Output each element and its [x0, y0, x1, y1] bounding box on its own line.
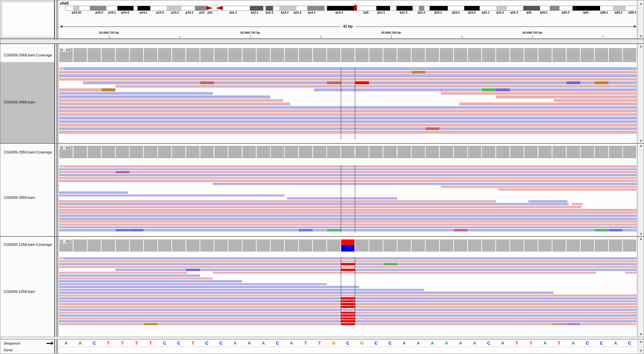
- coverage-bar[interactable]: [313, 48, 326, 62]
- coverage-bar[interactable]: [426, 239, 439, 252]
- read-alignment[interactable]: [59, 309, 637, 311]
- coverage-bar[interactable]: [186, 48, 200, 62]
- read-alignment[interactable]: [59, 215, 637, 217]
- mismatch-base[interactable]: [341, 303, 355, 305]
- sequence-base[interactable]: G: [327, 341, 341, 346]
- coverage-bar[interactable]: [327, 48, 340, 62]
- mismatch-base[interactable]: [341, 323, 355, 325]
- coverage-bar[interactable]: [412, 48, 425, 62]
- sequence-base[interactable]: A: [496, 341, 510, 346]
- read-alignment[interactable]: [59, 200, 496, 203]
- mismatch-base[interactable]: [341, 297, 355, 300]
- coverage-bar[interactable]: [158, 146, 171, 158]
- read-alignment[interactable]: [59, 286, 359, 288]
- read-alignment[interactable]: [59, 292, 553, 294]
- sequence-base[interactable]: C: [270, 341, 284, 346]
- mismatch-base[interactable]: [327, 81, 341, 84]
- coverage-bar[interactable]: [200, 239, 214, 252]
- read-alignment[interactable]: [59, 124, 637, 127]
- mismatch-base[interactable]: [341, 317, 355, 320]
- sequence-base[interactable]: A: [538, 341, 552, 346]
- mismatch-base[interactable]: [116, 171, 129, 173]
- sequence-base[interactable]: A: [425, 341, 439, 346]
- coverage-bar[interactable]: [214, 48, 228, 62]
- mismatch-base[interactable]: [412, 71, 425, 74]
- coverage-bar[interactable]: [285, 239, 298, 252]
- coverage-bar[interactable]: [116, 239, 129, 252]
- coverage-bar[interactable]: [538, 239, 552, 252]
- coverage-bar[interactable]: [595, 239, 608, 252]
- read-alignment[interactable]: [59, 174, 637, 176]
- coverage-bar[interactable]: [355, 239, 369, 252]
- coverage-bar[interactable]: [623, 48, 636, 62]
- coverage-bar[interactable]: [454, 48, 467, 62]
- coverage-bar[interactable]: [158, 239, 171, 252]
- coverage-bar[interactable]: [609, 48, 622, 62]
- coverage-bar[interactable]: [383, 146, 397, 158]
- coverage-bar[interactable]: [524, 48, 538, 62]
- sequence-base[interactable]: C: [482, 341, 496, 346]
- coverage-bar[interactable]: [468, 146, 481, 158]
- coverage-bar[interactable]: [482, 239, 495, 252]
- coverage-bar[interactable]: [496, 146, 509, 158]
- sequence-base[interactable]: C: [87, 341, 101, 346]
- sequence-base[interactable]: T: [144, 341, 158, 346]
- coverage-bar[interactable]: [440, 239, 453, 252]
- coverage-bar[interactable]: [214, 146, 228, 158]
- sequence-base[interactable]: T: [101, 341, 115, 346]
- mismatch-base[interactable]: [116, 229, 129, 231]
- scroll-down-button[interactable]: [640, 334, 642, 336]
- sequence-base[interactable]: T: [552, 341, 566, 346]
- coverage-bar[interactable]: [397, 48, 411, 62]
- read-alignment[interactable]: [59, 206, 582, 208]
- coverage-bar[interactable]: [496, 239, 509, 252]
- coverage-bar[interactable]: [172, 239, 185, 252]
- read-alignment[interactable]: [213, 272, 596, 274]
- coverage-bar[interactable]: [313, 146, 326, 158]
- coverage-bar[interactable]: [200, 48, 214, 62]
- sequence-base[interactable]: C: [341, 341, 355, 346]
- coverage-bar[interactable]: [510, 48, 524, 62]
- mismatch-base[interactable]: [482, 88, 496, 91]
- coverage-bar[interactable]: [383, 239, 397, 252]
- coverage-bar[interactable]: [581, 48, 594, 62]
- read-alignment[interactable]: [441, 186, 637, 188]
- coverage-bar[interactable]: [172, 146, 185, 158]
- coverage-bar[interactable]: [102, 48, 115, 62]
- mismatch-base[interactable]: [186, 269, 200, 271]
- coverage-bar[interactable]: [271, 48, 284, 62]
- read-alignment[interactable]: [572, 203, 583, 205]
- sequence-base[interactable]: C: [158, 341, 172, 346]
- sequence-base[interactable]: A: [566, 341, 580, 346]
- coverage-bar[interactable]: [468, 239, 481, 252]
- coverage-bar[interactable]: [440, 48, 453, 62]
- sequence-base[interactable]: C: [580, 341, 594, 346]
- coverage-bar[interactable]: [186, 146, 200, 158]
- coverage-bar[interactable]: [426, 48, 439, 62]
- coverage-bar[interactable]: [144, 146, 157, 158]
- mismatch-base[interactable]: [130, 229, 144, 231]
- coverage-bar[interactable]: [200, 146, 214, 158]
- coverage-bar[interactable]: [383, 48, 397, 62]
- coverage-bar[interactable]: [552, 239, 566, 252]
- read-alignment[interactable]: [59, 223, 637, 226]
- read-alignment[interactable]: [625, 272, 637, 274]
- coverage-bar[interactable]: [440, 146, 453, 158]
- mismatch-base[interactable]: [341, 300, 355, 303]
- coverage-bar[interactable]: [454, 239, 467, 252]
- read-alignment[interactable]: [59, 274, 200, 277]
- vertical-scrollbar[interactable]: [638, 237, 644, 337]
- coverage-bar[interactable]: [581, 239, 594, 252]
- read-alignment[interactable]: [59, 127, 637, 130]
- sequence-base[interactable]: C: [369, 341, 383, 346]
- coverage-bar[interactable]: [299, 239, 312, 252]
- coverage-bar[interactable]: [299, 146, 312, 158]
- sequence-base[interactable]: C: [594, 341, 608, 346]
- read-alignment[interactable]: [59, 78, 637, 81]
- read-alignment[interactable]: [59, 203, 569, 205]
- coverage-bar[interactable]: [524, 146, 538, 158]
- read-alignment[interactable]: [59, 120, 637, 123]
- read-alignment[interactable]: [59, 102, 290, 105]
- mismatch-base[interactable]: [595, 229, 608, 231]
- sequence-base[interactable]: A: [453, 341, 468, 346]
